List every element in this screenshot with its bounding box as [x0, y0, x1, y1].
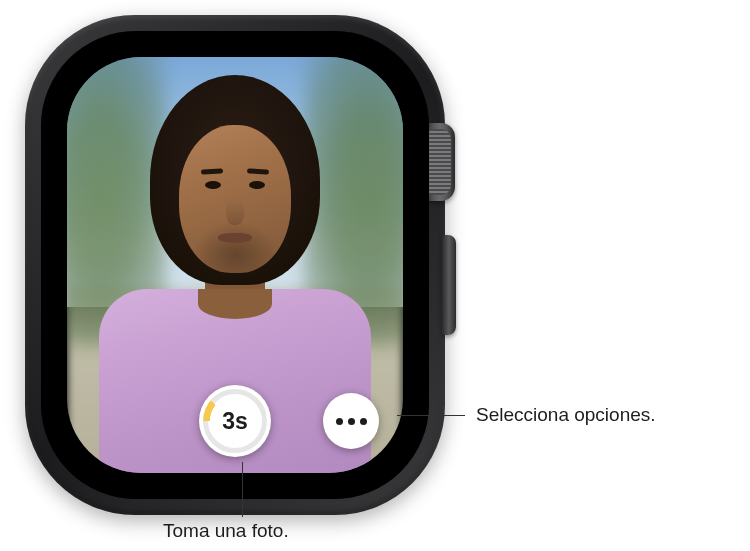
- watch-screen: 3s: [67, 57, 403, 473]
- watch-bezel: 3s: [41, 31, 429, 499]
- shutter-button[interactable]: 3s: [199, 385, 271, 457]
- more-icon: [336, 418, 343, 425]
- watch-side-button[interactable]: [442, 235, 456, 335]
- more-icon: [348, 418, 355, 425]
- shutter-timer-label: 3s: [212, 398, 258, 444]
- digital-crown[interactable]: [425, 123, 455, 201]
- callout-label-shutter: Toma una foto.: [163, 520, 289, 542]
- more-icon: [360, 418, 367, 425]
- more-options-button[interactable]: [323, 393, 379, 449]
- callout-line-options: [397, 415, 465, 416]
- callout-label-options: Selecciona opciones.: [476, 404, 656, 426]
- watch-case: 3s: [25, 15, 445, 515]
- callout-line-shutter: [242, 462, 243, 517]
